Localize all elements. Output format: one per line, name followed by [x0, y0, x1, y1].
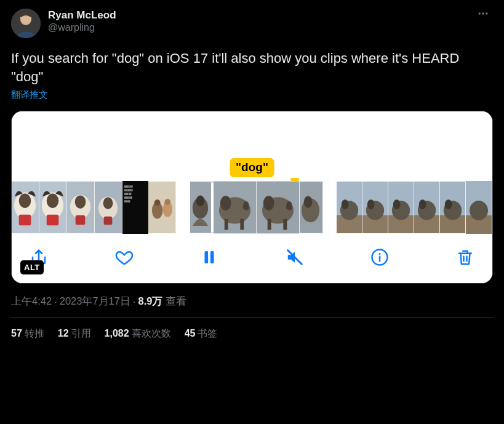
playhead-marker [290, 178, 299, 181]
clip-group-1[interactable]: ████ ████ ███████ ██████████ ██ [12, 181, 176, 234]
tweet-text: If you search for "dog" on iOS 17 it'll … [11, 49, 493, 86]
tweet-stats: 57转推 12引用 1,082喜欢次数 45书签 [11, 327, 493, 340]
media-controls [12, 234, 492, 283]
svg-point-47 [303, 196, 312, 208]
svg-point-3 [482, 12, 484, 14]
quotes-stat[interactable]: 12引用 [58, 327, 91, 340]
clip-group-3[interactable] [337, 181, 492, 234]
views-count: 8.9万 [138, 295, 163, 308]
svg-point-19 [103, 198, 113, 210]
avatar[interactable] [11, 9, 41, 38]
thumbnail [190, 181, 211, 234]
thumbnail [95, 181, 122, 234]
svg-text:████ ██: ████ ██ [124, 185, 133, 188]
svg-rect-8 [19, 215, 31, 226]
retweets-stat[interactable]: 57转推 [11, 327, 44, 340]
translate-link[interactable]: 翻译推文 [11, 89, 493, 101]
divider [11, 317, 493, 318]
svg-rect-44 [283, 219, 287, 230]
svg-point-70 [470, 201, 488, 220]
info-icon[interactable] [370, 247, 390, 267]
views-label: 查看 [166, 295, 186, 308]
pause-icon[interactable] [199, 247, 219, 267]
thumbnail [257, 181, 300, 234]
thumbnail: ████ ████ ███████ ██████████ ██ [122, 181, 148, 234]
svg-rect-16 [76, 215, 86, 225]
svg-point-55 [367, 200, 375, 210]
thumbnail [39, 181, 67, 234]
bookmarks-stat[interactable]: 45书签 [185, 327, 218, 340]
likes-stat[interactable]: 1,082喜欢次数 [105, 327, 171, 340]
svg-rect-39 [240, 219, 244, 230]
svg-rect-72 [210, 251, 214, 263]
svg-point-30 [154, 200, 161, 206]
svg-point-76 [379, 253, 381, 255]
tweet-header: Ryan McLeod @warpling [11, 9, 493, 38]
tweet-meta[interactable]: 上午4:42 · 2023年7月17日 · 8.9万 查看 [11, 295, 493, 308]
thumbnail [388, 181, 414, 234]
svg-point-59 [393, 200, 401, 210]
clip-gap [176, 181, 190, 234]
svg-point-37 [220, 196, 231, 211]
thumbnail [300, 181, 323, 234]
thumbnail [440, 181, 466, 234]
svg-text:███ ██: ███ ██ [124, 193, 132, 195]
display-name: Ryan McLeod [48, 9, 473, 22]
clip-gap [323, 181, 337, 234]
media-attachment[interactable]: "dog" ████ ████ ███████ ██████████ ██ [11, 111, 493, 284]
svg-rect-12 [47, 215, 59, 226]
svg-rect-43 [267, 219, 271, 230]
alt-badge[interactable]: ALT [20, 260, 44, 274]
svg-text:██ ████: ██ ████ [124, 189, 133, 191]
thumbnail [148, 181, 176, 234]
thumbnail [466, 181, 492, 234]
svg-point-51 [342, 200, 349, 210]
svg-point-42 [263, 196, 274, 211]
svg-point-4 [486, 12, 487, 14]
thumbnail [214, 181, 257, 234]
clip-group-2[interactable] [190, 181, 323, 234]
svg-point-31 [164, 199, 170, 206]
trash-icon[interactable] [455, 247, 475, 267]
thumbnail [414, 181, 440, 234]
heart-icon[interactable] [114, 247, 134, 267]
more-button[interactable] [473, 7, 493, 23]
mute-icon[interactable] [285, 247, 305, 267]
svg-point-34 [196, 196, 204, 206]
svg-point-11 [47, 194, 59, 208]
user-handle: @warpling [48, 22, 473, 34]
svg-point-63 [419, 200, 426, 210]
svg-text:██████: ██████ [124, 196, 133, 199]
svg-rect-38 [224, 219, 228, 230]
svg-point-2 [479, 12, 481, 14]
media-header-area: "dog" [12, 111, 492, 181]
video-timeline[interactable]: ████ ████ ███████ ██████████ ██ [12, 181, 492, 234]
svg-text:██ ██: ██ ██ [124, 200, 130, 202]
tweet-container: Ryan McLeod @warpling If you search for … [0, 0, 504, 340]
svg-point-15 [75, 196, 86, 209]
thumbnail [337, 181, 362, 234]
tweet-date: 2023年7月17日 [60, 295, 130, 308]
search-term-label: "dog" [230, 158, 274, 177]
tweet-time: 上午4:42 [11, 295, 52, 308]
thumbnail [12, 181, 39, 234]
svg-rect-71 [205, 251, 209, 263]
user-block[interactable]: Ryan McLeod @warpling [48, 9, 473, 34]
svg-point-7 [19, 194, 31, 208]
svg-rect-20 [104, 217, 113, 225]
thumbnail [67, 181, 95, 234]
svg-point-67 [445, 200, 452, 210]
thumbnail [362, 181, 388, 234]
